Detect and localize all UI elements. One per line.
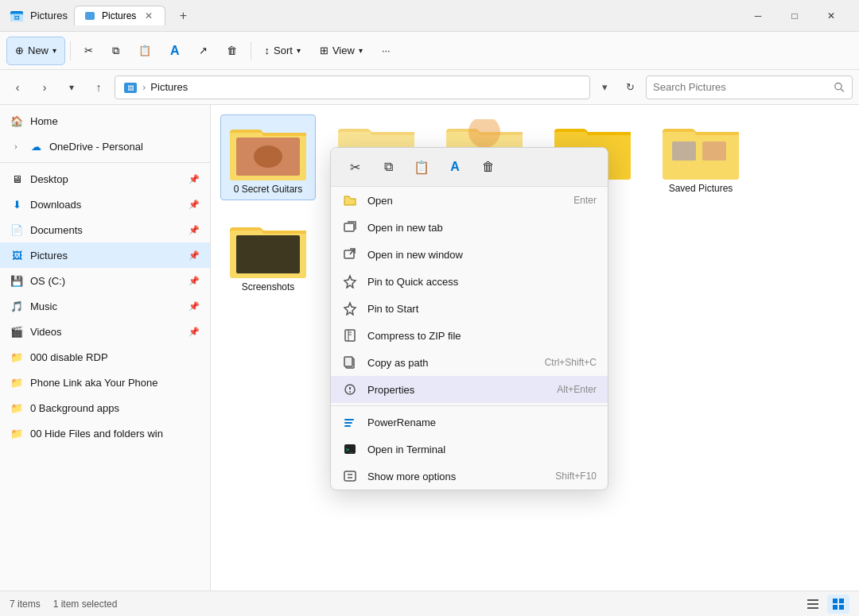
rename-icon: A xyxy=(170,44,180,58)
ctx-item-open[interactable]: Open Enter xyxy=(331,187,608,214)
recent-button[interactable]: ▾ xyxy=(60,76,83,99)
back-button[interactable]: ‹ xyxy=(6,76,29,99)
ctx-item-open-new-tab[interactable]: Open in new tab xyxy=(331,214,608,241)
sidebar-item-videos[interactable]: 🎬 Videos 📌 xyxy=(0,319,210,344)
home-icon: 🏠 xyxy=(10,114,24,128)
paste-icon: 📋 xyxy=(138,45,151,56)
ctx-item-power-rename[interactable]: PowerRename xyxy=(331,409,608,436)
sidebar-divider-1 xyxy=(0,162,210,163)
new-icon: ⊕ xyxy=(15,45,24,56)
delete-button[interactable]: 🗑 xyxy=(218,37,246,65)
share-button[interactable]: ↗ xyxy=(190,37,216,65)
svg-rect-25 xyxy=(833,605,838,610)
forward-button[interactable]: › xyxy=(33,76,56,99)
paste-button[interactable]: 📋 xyxy=(130,37,160,65)
ctx-more-options-shortcut: Shift+F10 xyxy=(555,471,597,482)
sidebar-item-phonelink[interactable]: 📁 Phone Link aka Your Phone xyxy=(0,370,210,395)
svg-rect-14 xyxy=(702,141,726,161)
sort-chevron: ▾ xyxy=(297,46,301,55)
downloads-icon: ⬇ xyxy=(10,197,24,211)
sidebar-item-rdp[interactable]: 📁 000 disable RDP xyxy=(0,344,210,370)
toolbar-separator-2 xyxy=(251,41,251,60)
ctx-cut-button[interactable]: ✂ xyxy=(340,154,369,180)
more-icon: ··· xyxy=(382,45,391,56)
svg-marker-31 xyxy=(344,303,356,315)
up-button[interactable]: ↑ xyxy=(87,76,110,99)
ctx-item-compress-zip[interactable]: Compress to ZIP file xyxy=(331,322,608,349)
copy-button[interactable]: ⧉ xyxy=(103,37,128,65)
sort-label: Sort xyxy=(274,45,293,56)
sidebar-item-rdp-label: 000 disable RDP xyxy=(30,351,200,363)
selected-count: 1 item selected xyxy=(53,599,118,610)
ctx-item-terminal[interactable]: >_ Open in Terminal xyxy=(331,436,608,463)
search-box[interactable] xyxy=(646,76,853,99)
toolbar: ⊕ New ▾ ✂ ⧉ 📋 A ↗ 🗑 ↕ Sort ▾ ⊞ View ▾ ··… xyxy=(0,32,859,70)
ctx-rename-button[interactable]: A xyxy=(441,154,469,180)
ctx-open-new-window-label: Open in new window xyxy=(367,249,597,261)
sidebar-item-onedrive-label: OneDrive - Personal xyxy=(49,141,200,153)
address-dropdown-button[interactable]: ▾ xyxy=(595,76,614,99)
sidebar-item-phonelink-label: Phone Link aka Your Phone xyxy=(30,377,200,389)
tab-pictures[interactable]: Pictures ✕ xyxy=(74,6,165,25)
svg-rect-4 xyxy=(85,12,95,20)
desktop-icon: 🖥 xyxy=(10,172,24,186)
search-input[interactable] xyxy=(653,81,829,93)
ctx-properties-shortcut: Alt+Enter xyxy=(557,384,597,395)
context-menu[interactable]: ✂ ⧉ 📋 A 🗑 Open Enter Open in new tab xyxy=(330,147,608,490)
new-label: New xyxy=(28,45,49,56)
cut-icon: ✂ xyxy=(84,45,93,56)
grid-view-button[interactable] xyxy=(827,595,849,614)
new-button[interactable]: ⊕ New ▾ xyxy=(6,37,65,65)
ctx-power-rename-icon xyxy=(342,414,358,430)
ctx-item-copy-path[interactable]: Copy as path Ctrl+Shift+C xyxy=(331,349,608,376)
onedrive-expand-icon: › xyxy=(10,140,22,153)
cut-button[interactable]: ✂ xyxy=(76,37,102,65)
view-button[interactable]: ⊞ View ▾ xyxy=(311,37,371,65)
close-button[interactable]: ✕ xyxy=(813,3,849,29)
folder-item-screenshots[interactable]: Screenshots xyxy=(220,213,316,297)
sidebar-item-videos-label: Videos xyxy=(30,326,181,338)
sidebar-item-onedrive[interactable]: › ☁ OneDrive - Personal xyxy=(0,134,210,159)
ctx-item-pin-quick[interactable]: Pin to Quick access xyxy=(331,268,608,295)
sidebar-item-home[interactable]: 🏠 Home xyxy=(0,108,210,134)
ctx-open-new-tab-icon xyxy=(342,219,358,235)
ctx-item-pin-start[interactable]: Pin to Start xyxy=(331,295,608,322)
ctx-terminal-icon: >_ xyxy=(342,441,358,457)
new-tab-button[interactable]: + xyxy=(172,5,194,27)
ctx-paste-button[interactable]: 📋 xyxy=(407,154,436,180)
tab-close-button[interactable]: ✕ xyxy=(142,10,155,22)
folder-item-secret-guitars[interactable]: 0 Secret Guitars xyxy=(220,114,316,200)
address-path[interactable]: 🖼 › Pictures xyxy=(115,76,590,99)
rename-button[interactable]: A xyxy=(161,37,189,65)
more-button[interactable]: ··· xyxy=(373,37,399,65)
list-view-button[interactable] xyxy=(802,595,824,614)
minimize-button[interactable]: ─ xyxy=(740,3,776,29)
sidebar-item-music[interactable]: 🎵 Music 📌 xyxy=(0,293,210,319)
context-menu-toolbar: ✂ ⧉ 📋 A 🗑 xyxy=(331,148,608,187)
sidebar-item-hidefiles[interactable]: 📁 00 Hide Files and folders win xyxy=(0,420,210,446)
ctx-item-more-options[interactable]: Show more options Shift+F10 xyxy=(331,463,608,490)
sidebar-item-osc[interactable]: 💾 OS (C:) 📌 xyxy=(0,268,210,293)
sidebar-item-bgapps[interactable]: 📁 0 Background apps xyxy=(0,395,210,420)
sidebar-item-downloads[interactable]: ⬇ Downloads 📌 xyxy=(0,192,210,217)
folder-thumb-saved-pictures xyxy=(663,119,739,180)
ctx-terminal-label: Open in Terminal xyxy=(367,444,597,455)
sidebar-item-pictures[interactable]: 🖼 Pictures 📌 xyxy=(0,242,210,268)
sidebar-item-documents[interactable]: 📄 Documents 📌 xyxy=(0,217,210,242)
ctx-copy-button[interactable]: ⧉ xyxy=(374,154,402,180)
refresh-button[interactable]: ↻ xyxy=(619,76,641,99)
folder-item-saved-pictures[interactable]: Saved Pictures xyxy=(653,114,748,200)
window-controls: ─ □ ✕ xyxy=(740,3,849,29)
ctx-delete-button[interactable]: 🗑 xyxy=(474,154,503,180)
sidebar-item-desktop[interactable]: 🖥 Desktop 📌 xyxy=(0,166,210,192)
sidebar-item-bgapps-label: 0 Background apps xyxy=(30,402,200,414)
sidebar-item-home-label: Home xyxy=(30,115,200,127)
maximize-button[interactable]: □ xyxy=(776,3,813,29)
svg-line-8 xyxy=(842,88,845,91)
toolbar-separator-1 xyxy=(70,41,71,60)
new-chevron: ▾ xyxy=(52,46,56,55)
ctx-item-open-new-window[interactable]: Open in new window xyxy=(331,241,608,268)
sort-button[interactable]: ↕ Sort ▾ xyxy=(256,37,309,65)
ctx-item-properties[interactable]: Properties Alt+Enter ↖ xyxy=(331,376,608,403)
app-icon: 🖼 xyxy=(10,9,24,23)
